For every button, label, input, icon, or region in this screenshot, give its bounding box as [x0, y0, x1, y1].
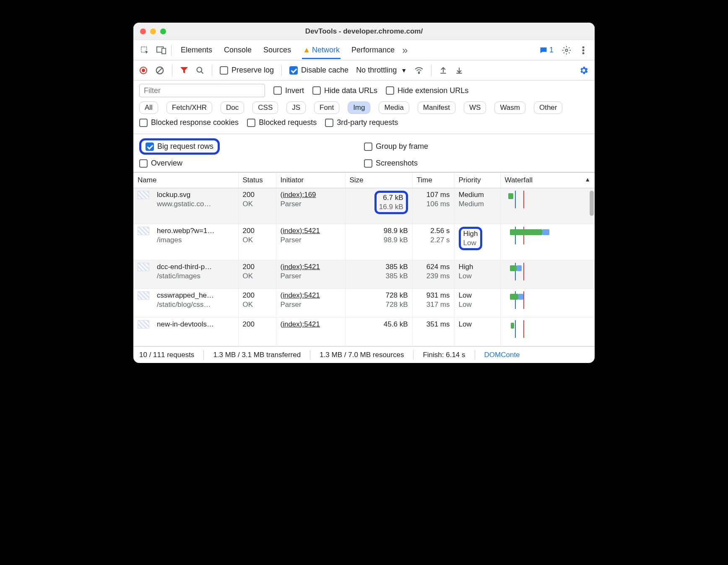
device-toggle-icon[interactable]	[154, 43, 169, 57]
network-toolbar: Preserve log Disable cache No throttling…	[133, 60, 595, 80]
filter-chip-js[interactable]: JS	[286, 101, 306, 114]
window-title: DevTools - developer.chrome.com/	[140, 27, 588, 36]
col-waterfall[interactable]: Waterfall ▲	[500, 173, 595, 188]
svg-point-13	[419, 72, 420, 73]
third-party-checkbox[interactable]: 3rd-party requests	[325, 118, 398, 127]
download-har-icon[interactable]	[455, 66, 463, 75]
col-time[interactable]: Time	[412, 173, 454, 188]
vertical-scrollbar[interactable]	[590, 191, 594, 346]
filter-chip-img[interactable]: Img	[348, 101, 370, 114]
blocked-cookies-label: Blocked response cookies	[151, 118, 239, 127]
table-row[interactable]: new-in-devtools…200(index):542145.6 kB35…	[133, 317, 595, 346]
hide-ext-urls-label: Hide extension URLs	[398, 86, 468, 95]
filter-input[interactable]	[139, 84, 265, 97]
tab-performance[interactable]: Performance	[351, 41, 395, 59]
svg-point-5	[582, 49, 585, 51]
col-name[interactable]: Name	[133, 173, 238, 188]
time-latency: 239 ms	[417, 272, 450, 280]
filter-chip-ws[interactable]: WS	[464, 101, 486, 114]
filter-chip-all[interactable]: All	[139, 101, 158, 114]
col-priority[interactable]: Priority	[454, 173, 500, 188]
initiator-link[interactable]: (index):5421	[281, 263, 341, 271]
col-waterfall-label: Waterfall	[505, 176, 533, 184]
filter-chip-wasm[interactable]: Wasm	[494, 101, 525, 114]
time-latency: 317 ms	[417, 301, 450, 309]
filter-chip-css[interactable]: CSS	[252, 101, 278, 114]
blocked-cookies-checkbox[interactable]: Blocked response cookies	[139, 118, 239, 127]
priority-initial: Low	[459, 320, 496, 329]
resource-name: lockup.svg	[157, 191, 234, 199]
preserve-log-checkbox[interactable]: Preserve log	[220, 66, 274, 75]
svg-line-10	[158, 68, 162, 73]
table-row[interactable]: hero.webp?w=1…/images200OK(index):5421Pa…	[133, 224, 595, 260]
panel-tabs: Elements Console Sources ▲Network Perfor…	[133, 40, 595, 60]
hide-ext-urls-checkbox[interactable]: Hide extension URLs	[386, 86, 468, 95]
initiator-link[interactable]: (index):5421	[281, 291, 341, 300]
hide-data-urls-checkbox[interactable]: Hide data URLs	[312, 86, 377, 95]
col-status[interactable]: Status	[238, 173, 276, 188]
svg-point-8	[142, 69, 145, 72]
zoom-icon[interactable]	[160, 29, 166, 34]
col-size[interactable]: Size	[345, 173, 412, 188]
tab-network[interactable]: ▲Network	[302, 41, 341, 59]
traffic-lights	[140, 29, 166, 34]
table-row[interactable]: dcc-end-third-p…/static/images200OK(inde…	[133, 260, 595, 288]
time-total: 931 ms	[417, 291, 450, 300]
close-icon[interactable]	[140, 29, 146, 34]
throttling-select[interactable]: No throttling ▼	[356, 66, 407, 75]
col-initiator[interactable]: Initiator	[276, 173, 345, 188]
filter-chip-fetchxhr[interactable]: Fetch/XHR	[166, 101, 212, 114]
blocked-requests-checkbox[interactable]: Blocked requests	[247, 118, 317, 127]
filter-icon[interactable]	[180, 66, 188, 75]
record-icon[interactable]	[139, 66, 148, 75]
settings-icon[interactable]	[559, 43, 574, 57]
filter-chip-manifest[interactable]: Manifest	[418, 101, 455, 114]
svg-line-12	[201, 71, 203, 73]
separator	[431, 65, 432, 76]
time-latency: 106 ms	[417, 200, 450, 208]
kebab-menu-icon[interactable]	[576, 43, 590, 57]
filter-chip-media[interactable]: Media	[379, 101, 409, 114]
waterfall-cell	[505, 291, 591, 309]
priority-initial: High	[463, 230, 478, 238]
network-conditions-icon[interactable]	[414, 67, 424, 74]
invert-checkbox[interactable]: Invert	[273, 86, 304, 95]
upload-har-icon[interactable]	[439, 66, 447, 75]
filter-chip-font[interactable]: Font	[314, 101, 339, 114]
network-settings-icon[interactable]	[579, 65, 589, 75]
table-row[interactable]: lockup.svgwww.gstatic.co…200OK(index):16…	[133, 188, 595, 224]
status-code: 200	[243, 191, 272, 199]
messages-badge[interactable]: 1	[536, 44, 557, 56]
initiator-link[interactable]: (index):5421	[281, 320, 341, 329]
big-request-rows-checkbox[interactable]: Big request rows	[146, 142, 213, 151]
resource-domain: /images	[157, 236, 234, 244]
filter-chip-other[interactable]: Other	[534, 101, 563, 114]
tab-sources[interactable]: Sources	[263, 41, 292, 59]
filter-chip-doc[interactable]: Doc	[221, 101, 244, 114]
more-tabs-icon[interactable]: »	[398, 44, 412, 56]
size-resource: 16.9 kB	[379, 203, 403, 211]
waterfall-bar	[511, 323, 514, 329]
inspect-icon[interactable]	[138, 43, 152, 57]
table-row[interactable]: csswrapped_he…/static/blog/css…200OK(ind…	[133, 289, 595, 317]
minimize-icon[interactable]	[150, 29, 156, 34]
group-by-frame-checkbox[interactable]: Group by frame	[364, 142, 428, 151]
tab-elements[interactable]: Elements	[180, 41, 213, 59]
messages-count: 1	[549, 46, 554, 54]
initiator-link[interactable]: (index):5421	[281, 227, 341, 235]
priority-final: Low	[459, 301, 496, 309]
status-bar: 10 / 111 requests 1.3 MB / 3.1 MB transf…	[133, 346, 595, 363]
time-latency: 2.27 s	[417, 236, 450, 244]
clear-icon[interactable]	[155, 66, 164, 75]
screenshots-checkbox[interactable]: Screenshots	[364, 159, 418, 168]
tab-console[interactable]: Console	[223, 41, 252, 59]
disable-cache-checkbox[interactable]: Disable cache	[289, 66, 348, 75]
preserve-log-label: Preserve log	[231, 66, 274, 75]
initiator-type: Parser	[281, 301, 341, 309]
overview-checkbox[interactable]: Overview	[139, 159, 182, 168]
checkbox-icon	[220, 66, 228, 75]
initiator-link[interactable]: (index):169	[281, 191, 341, 199]
priority-final: Low	[463, 239, 478, 247]
search-icon[interactable]	[196, 66, 204, 75]
scrollbar-thumb[interactable]	[590, 191, 594, 216]
